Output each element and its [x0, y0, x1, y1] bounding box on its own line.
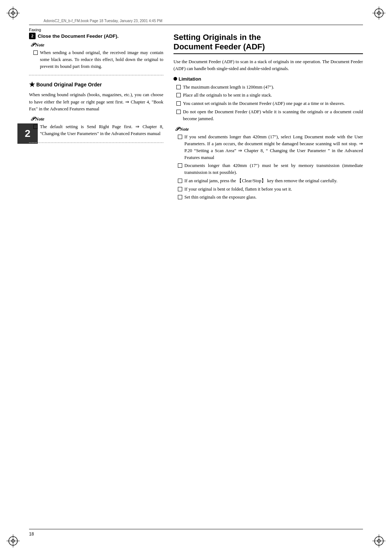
- right-note-section: 𝒫 Note If you send documents longer than…: [173, 126, 363, 201]
- note2-heading: 𝒫 Note: [30, 116, 163, 122]
- page-number: 18: [29, 531, 34, 537]
- right-note-icon: 𝒫: [175, 126, 179, 132]
- file-info: AdonisC2_EN_b-f_FM.book Page 18 Tuesday,…: [44, 19, 162, 23]
- main-heading-line2: Document Feeder (ADF): [173, 42, 363, 52]
- step2-icon: 2: [29, 33, 36, 39]
- divider-bottom: [29, 142, 163, 143]
- limitation-checkbox-1: [176, 93, 181, 97]
- step2-label: Close the Document Feeder (ADF).: [38, 33, 119, 39]
- bottom-rule: [29, 529, 363, 529]
- note1-item: When sending a bound original, the recei…: [30, 49, 163, 70]
- bound-heading-label: Bound Original Page Order: [36, 82, 102, 87]
- divider-top: [29, 75, 163, 76]
- note1-heading-label: Note: [35, 42, 44, 48]
- right-note-checkbox-2: [178, 179, 182, 183]
- intro-text: Use the Document Feeder (ADF) to scan in…: [173, 58, 363, 73]
- right-note-item-0: If you send documents longer than 420mm …: [175, 134, 363, 161]
- corner-mark-tl: [7, 7, 20, 20]
- note2-icon: 𝒫: [30, 116, 34, 122]
- corner-mark-br: [372, 534, 385, 547]
- limitation-checkbox-2: [176, 101, 181, 106]
- right-note-checkbox-1: [178, 163, 182, 168]
- limitation-heading-label: Limitation: [179, 76, 201, 82]
- note1-icon: 𝒫: [30, 42, 34, 48]
- limitation-checkbox-3: [176, 110, 181, 114]
- main-heading-line1: Setting Originals in the: [173, 33, 363, 42]
- note1-heading: 𝒫 Note: [30, 42, 163, 48]
- note2-checkbox: [33, 125, 38, 129]
- right-column: Setting Originals in the Document Feeder…: [173, 33, 363, 525]
- right-note-checkbox-4: [178, 195, 182, 199]
- limitation-checkbox-0: [176, 85, 181, 89]
- right-note-item-1: Documents longer than 420mm (17") must b…: [175, 162, 363, 176]
- right-note-heading: 𝒫 Note: [175, 126, 363, 132]
- top-rule: [29, 25, 363, 25]
- note2-section: 𝒫 Note The default setting is Send Right…: [29, 116, 163, 137]
- limitation-item-0: The maximum document length is 1200mm (4…: [173, 84, 363, 91]
- note1-checkbox: [33, 50, 38, 55]
- note1-text: When sending a bound original, the recei…: [40, 49, 163, 70]
- bound-heading: ★ Bound Original Page Order: [29, 81, 163, 89]
- right-note-item-3: If your original is bent or folded, flat…: [175, 186, 363, 193]
- limitation-heading: Limitation: [173, 76, 363, 82]
- right-note-item-4: Set thin originals on the exposure glass…: [175, 194, 363, 201]
- note2-text: The default setting is Send Right Page f…: [40, 123, 163, 137]
- note1-section: 𝒫 Note When sending a bound original, th…: [29, 42, 163, 70]
- right-note-checkbox-3: [178, 187, 182, 191]
- limitation-item-1: Place all the originals to be sent in a …: [173, 92, 363, 99]
- content-area: 2 Close the Document Feeder (ADF). 𝒫 Not…: [29, 33, 363, 525]
- page: AdonisC2_EN_b-f_FM.book Page 18 Tuesday,…: [0, 0, 392, 554]
- limitation-item-2: You cannot set originals in the Document…: [173, 100, 363, 107]
- limitation-item-3: Do not open the Document Feeder (ADF) wh…: [173, 109, 363, 122]
- left-column: 2 Close the Document Feeder (ADF). 𝒫 Not…: [29, 33, 163, 525]
- right-note-item-2: If an original jams, press the 【Clear/St…: [175, 178, 363, 184]
- limitation-items: The maximum document length is 1200mm (4…: [173, 84, 363, 122]
- right-note-items: If you send documents longer than 420mm …: [175, 134, 363, 201]
- corner-mark-bl: [7, 534, 20, 547]
- bound-icon: ★: [29, 81, 35, 89]
- main-heading: Setting Originals in the Document Feeder…: [173, 33, 363, 54]
- step2-heading: 2 Close the Document Feeder (ADF).: [29, 33, 163, 39]
- limitation-bullet: [173, 77, 177, 81]
- section-label: Faxing: [29, 28, 41, 32]
- note2-heading-label: Note: [35, 116, 44, 122]
- corner-mark-tr: [372, 7, 385, 20]
- bound-body: When sending bound originals (books, mag…: [29, 91, 163, 113]
- right-note-heading-label: Note: [180, 126, 189, 132]
- right-note-checkbox-0: [178, 135, 182, 139]
- note2-item: The default setting is Send Right Page f…: [30, 123, 163, 137]
- limitation-section: Limitation The maximum document length i…: [173, 76, 363, 122]
